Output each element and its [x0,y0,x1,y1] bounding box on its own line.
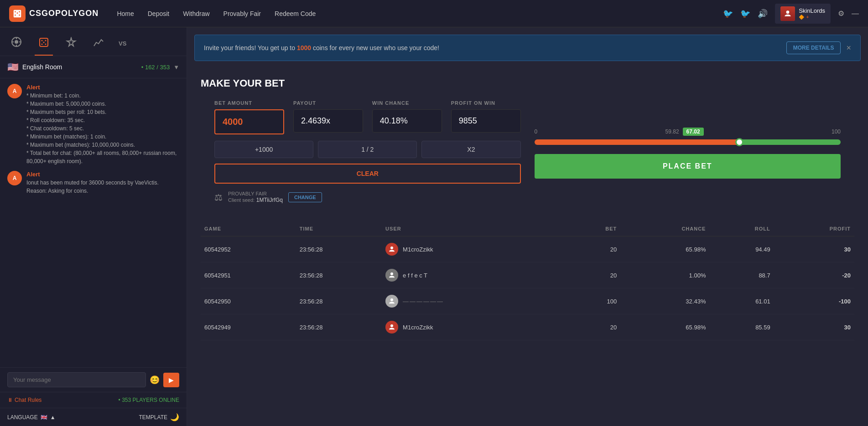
scales-icon: ⚖ [214,192,223,203]
game-id: 60542949 [201,314,296,340]
payout-value: 2.4639x [293,109,363,133]
sound-icon[interactable]: 🔊 [758,9,768,19]
emoji-button[interactable]: 😊 [150,375,160,385]
chat-message-2: A Alert Ionut has been muted for 36000 s… [7,171,179,195]
col-time: TIME [296,221,382,236]
logo[interactable]: CSGOPOLYGON [9,5,99,22]
language-chevron-icon: ▲ [50,414,56,421]
banner-close-button[interactable]: × [846,43,851,53]
template-label: TEMPLATE [139,414,167,421]
svg-point-14 [390,272,393,275]
nav-provably-fair[interactable]: Provably Fair [223,10,261,17]
game-bet: 20 [567,314,620,340]
language-selector[interactable]: LANGUAGE 🇬🇧 ▲ [7,414,56,421]
slider-max: 100 [832,128,841,135]
payout-label: PAYOUT [293,100,363,106]
topnav: CSGOPOLYGON Home Deposit Withdraw Provab… [0,0,868,27]
col-game: GAME [201,221,296,236]
svg-point-16 [390,324,393,327]
slider-track[interactable] [535,139,841,145]
chat-footer: ⏸ Chat Rules • 353 PLAYERS ONLINE [0,392,187,408]
chat-text-1: * Minimum bet: 1 coin. * Maximum bet: 5,… [26,92,179,165]
game-bet: 20 [567,236,620,262]
svg-point-9 [45,40,47,41]
svg-point-2 [15,40,18,44]
slider-fill-green [739,139,841,145]
bets-table-head: GAME TIME USER BET CHANCE ROLL PROFIT [201,221,854,236]
plus1000-button[interactable]: +1000 [214,141,313,158]
bet-title: MAKE YOUR BET [201,77,854,89]
place-bet-button[interactable]: PLACE BET [535,154,841,179]
table-row: 60542949 23:56:28 M1croZzikk 20 65.98% [201,314,854,340]
slider-min: 0 [535,128,538,135]
flag-icon: 🇬🇧 [41,414,47,421]
tab-vs[interactable]: VS [117,36,128,52]
col-bet: BET [567,221,620,236]
room-selector[interactable]: 🇺🇸 English Room • 162 / 353 ▼ [0,56,187,78]
table-row: 60542951 23:56:28 e f f e c T 20 1.00% [201,262,854,288]
twitter-icon[interactable]: 🐦 [740,9,750,19]
user-avatar-3 [385,321,398,334]
send-button[interactable]: ▶ [163,373,179,387]
user-balance: + [806,14,809,20]
settings-icon[interactable]: ⚙ [838,9,844,18]
col-user: USER [382,221,567,236]
user-name: SkinLords [799,7,825,14]
table-row: 60542952 23:56:28 M1croZzikk 20 65.98% [201,236,854,262]
game-roll: 61.01 [709,288,774,314]
tab-jackpot[interactable] [62,32,80,56]
topnav-right: 🐦 🐦 🔊 SkinLords 🔶 + ⚙ — [723,4,859,24]
chat-content-1: Alert * Minimum bet: 1 coin. * Maximum b… [26,84,179,165]
chat-avatar-2: A [7,171,22,185]
col-chance: CHANCE [620,221,709,236]
game-chance: 65.98% [620,314,709,340]
svg-point-8 [42,40,43,41]
slider-current: 59.82 [665,128,679,135]
template-selector[interactable]: TEMPLATE 🌙 [139,413,179,421]
game-user: e f f e c T [382,262,567,288]
sidebar: VS 🇺🇸 English Room • 162 / 353 ▼ A Alert… [0,27,187,426]
half-button[interactable]: 1 / 2 [318,141,417,158]
chat-text-2: Ionut has been muted for 36000 seconds b… [26,179,179,195]
nav-withdraw[interactable]: Withdraw [183,10,209,17]
chevron-down-icon: ▼ [173,64,179,71]
bets-table-body: 60542952 23:56:28 M1croZzikk 20 65.98% [201,236,854,340]
tab-dice[interactable] [35,32,53,56]
slider-thumb[interactable] [735,138,743,146]
game-bet: 100 [567,288,620,314]
chat-input[interactable] [7,372,146,387]
game-roll: 94.49 [709,236,774,262]
bet-form-left: BET AMOUNT PAYOUT 2.4639x WIN CHANCE 40.… [214,100,521,212]
user-coins-icon: 🔶 [799,15,804,20]
svg-point-11 [45,43,47,45]
banner-text: Invite your friends! You get up to 1000 … [204,44,439,51]
chat-username-2: Alert [26,171,179,178]
game-user: —————— [382,288,567,314]
chat-rules[interactable]: ⏸ Chat Rules [7,397,42,403]
tab-roulette[interactable] [7,32,26,56]
chat-avatar-1: A [7,84,22,98]
tab-crash[interactable] [89,32,108,56]
x2-button[interactable]: X2 [421,141,520,158]
client-seed-value: 1MTiiJrfGq [256,197,283,203]
user-avatar [780,6,795,21]
nav-redeem-code[interactable]: Redeem Code [275,10,316,17]
bets-table-header-row: GAME TIME USER BET CHANCE ROLL PROFIT [201,221,854,236]
minimize-icon[interactable]: — [852,10,859,18]
bet-form-right: 0 59.82 67.02 100 PLACE BET [535,100,841,212]
nav-deposit[interactable]: Deposit [148,10,169,17]
change-seed-button[interactable]: CHANGE [288,192,322,202]
svg-point-10 [42,43,43,45]
slider-labels: 0 59.82 67.02 100 [535,128,841,136]
game-time: 23:56:28 [296,236,382,262]
user-menu[interactable]: SkinLords 🔶 + [775,4,831,24]
game-time: 23:56:28 [296,314,382,340]
nav-home[interactable]: Home [117,10,134,17]
clear-button[interactable]: CLEAR [214,164,521,184]
bet-amount-input[interactable] [214,109,284,134]
slider-badge: 67.02 [683,128,704,136]
facebook-icon[interactable]: 🐦 [723,9,733,19]
room-flag: 🇺🇸 [7,62,19,72]
main-layout: VS 🇺🇸 English Room • 162 / 353 ▼ A Alert… [0,27,868,426]
more-details-button[interactable]: MORE DETAILS [786,41,841,54]
